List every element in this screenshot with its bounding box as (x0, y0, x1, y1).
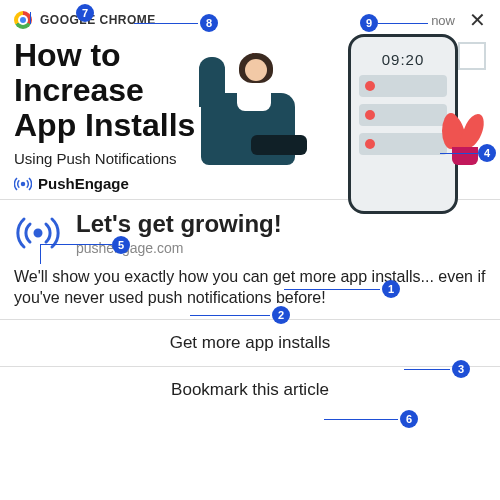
callout-4: 4 (478, 144, 496, 162)
bell-icon (359, 104, 447, 126)
card-domain: pushengage.com (76, 240, 282, 256)
picture-frame-icon (458, 42, 486, 70)
card-description: We'll show you exactly how you can get m… (0, 260, 500, 319)
card-title: Let's get growing! (76, 210, 282, 238)
notification-card: Let's get growing! pushengage.com We'll … (0, 199, 500, 413)
app-source-label: GOOGLE CHROME (40, 13, 156, 27)
person-icon (201, 55, 321, 165)
close-icon[interactable]: ✕ (469, 10, 486, 30)
hero-title: How to Increase App Installs (14, 38, 195, 144)
svg-point-0 (22, 182, 25, 185)
brand-label: PushEngage (38, 175, 129, 192)
callout-1: 1 (382, 280, 400, 298)
bell-icon (359, 133, 447, 155)
callout-9: 9 (360, 14, 378, 32)
timestamp: now (431, 13, 455, 28)
callout-8: 8 (200, 14, 218, 32)
hero-subtitle: Using Push Notifications (14, 150, 195, 167)
callout-6: 6 (400, 410, 418, 428)
hero-illustration: 09:20 ! (199, 38, 486, 167)
hero: How to Increase App Installs Using Push … (0, 36, 500, 167)
action-primary[interactable]: Get more app installs (0, 319, 500, 366)
broadcast-icon (14, 213, 62, 253)
phone-time: 09:20 (351, 51, 455, 68)
broadcast-icon (14, 175, 32, 193)
notification-topbar: GOOGLE CHROME now ✕ (0, 0, 500, 36)
action-bookmark[interactable]: Bookmark this article (0, 366, 500, 413)
callout-2: 2 (272, 306, 290, 324)
callout-3: 3 (452, 360, 470, 378)
bell-icon (359, 75, 447, 97)
callout-5: 5 (112, 236, 130, 254)
callout-7: 7 (76, 4, 94, 22)
svg-point-1 (35, 230, 41, 236)
